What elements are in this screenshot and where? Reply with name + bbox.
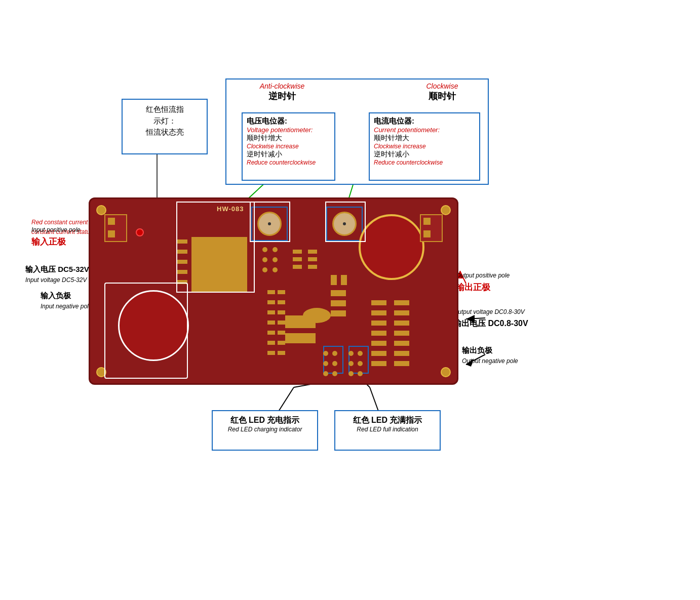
clockwise-label: Clockwise 顺时针 bbox=[407, 82, 478, 102]
full-indicator-box: 红色 LED 充满指示 Red LED full indication bbox=[334, 410, 441, 451]
constant-current-box: 红色恒流指示灯：恒流状态亮 bbox=[122, 99, 208, 154]
anti-clockwise-label: Anti-clockwise 逆时针 bbox=[242, 82, 323, 102]
current-potentiometer-box: 电流电位器: Current potentiometer: 顺时针增大 Cloc… bbox=[369, 112, 480, 181]
input-negative-label: 输入负极 Input negative pole bbox=[41, 290, 92, 311]
input-positive-label: Input positive pole 输入正极 bbox=[31, 225, 81, 249]
output-voltage-label: Output voltage DC0.8-30V 输出电压 DC0.8-30V bbox=[453, 307, 528, 330]
charging-indicator-box: 红色 LED 充电指示 Red LED charging indicator bbox=[212, 410, 318, 451]
diagram-container: Anti-clockwise 逆时针 Clockwise 顺时针 电压电位器: … bbox=[0, 0, 700, 600]
voltage-potentiometer-box: 电压电位器: Voltage potentiometer: 顺时针增大 Cloc… bbox=[242, 112, 335, 181]
direction-box: Anti-clockwise 逆时针 Clockwise 顺时针 电压电位器: … bbox=[225, 78, 489, 185]
cc-indicator-led bbox=[136, 228, 144, 236]
pcb-board: HW-083 bbox=[89, 197, 458, 385]
output-positive-label: Output positive pole 输出正极 bbox=[456, 271, 510, 294]
input-voltage-label: 输入电压 DC5-32V Input voltage DC5-32V bbox=[25, 263, 89, 285]
output-negative-label: 输出负极 Output negative pole bbox=[462, 344, 518, 366]
